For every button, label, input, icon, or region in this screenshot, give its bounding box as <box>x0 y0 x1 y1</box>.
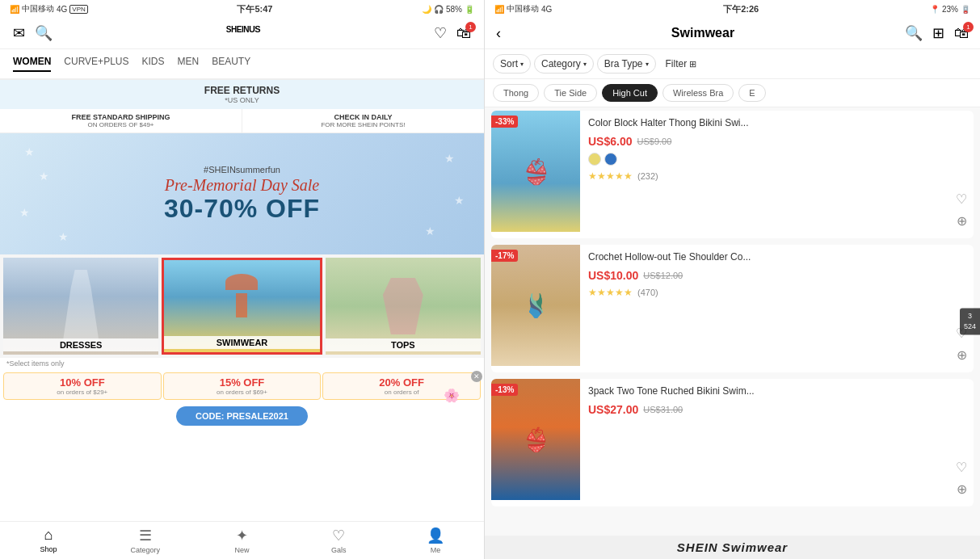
tag-wireless-bra[interactable]: Wireless Bra <box>662 84 734 102</box>
bra-type-arrow-icon: ▾ <box>646 61 649 68</box>
left-battery-icons: 🌙 🎧 58% 🔋 <box>422 5 474 14</box>
brand-logo: SHEINUS <box>226 23 260 44</box>
right-carrier-info: 📶 中国移动 4G <box>494 3 552 15</box>
product-img-3[interactable]: -13% 👙 <box>491 379 580 500</box>
promo-code-button[interactable]: CODE: PRESALE2021 <box>176 406 308 426</box>
category-icon: ☰ <box>139 527 152 544</box>
price-original-3: US$31.00 <box>643 405 683 414</box>
sort-chip[interactable]: Sort ▾ <box>493 54 531 74</box>
page-caption: SHEIN Swimwear <box>485 536 980 559</box>
color-dot-yellow[interactable] <box>588 153 601 166</box>
home-icon: ⌂ <box>44 527 53 544</box>
profile-icon: 👤 <box>427 527 444 544</box>
cart-icon-right[interactable]: 🛍 1 <box>954 25 969 42</box>
product-info-1: Color Block Halter Thong Bikini Swi... U… <box>588 111 948 232</box>
search-icon-right[interactable]: 🔍 <box>905 24 923 42</box>
category-chip[interactable]: Category ▾ <box>534 54 594 74</box>
brand-suffix: US <box>249 24 260 34</box>
product-img-2[interactable]: -17% 🩱 <box>491 245 580 366</box>
bottom-nav-category[interactable]: ☰ Category <box>97 522 194 559</box>
tag-tie-side[interactable]: Tie Side <box>544 84 597 102</box>
product-list: -33% 👙 Color Block Halter Thong Bikini S… <box>485 107 980 536</box>
page-title: Swimwear <box>671 26 734 40</box>
color-dot-blue[interactable] <box>604 153 617 166</box>
wishlist-icon-1[interactable]: ♡ <box>956 191 967 207</box>
battery-pct: 58% <box>446 5 462 14</box>
product-img-1[interactable]: -33% 👙 <box>491 111 580 232</box>
add-to-cart-icon-3[interactable]: ⊕ <box>957 481 967 497</box>
bottom-nav-me[interactable]: 👤 Me <box>387 522 484 559</box>
moon-icon: 🌙 <box>422 5 431 14</box>
rating-count-2: (470) <box>637 288 658 297</box>
bra-type-chip[interactable]: Bra Type ▾ <box>597 54 656 74</box>
category-arrow-icon: ▾ <box>583 61 587 68</box>
wishlist-icon-3[interactable]: ♡ <box>956 460 967 475</box>
discount-badge-2: -17% <box>491 250 518 262</box>
select-note: *Select items only <box>0 358 484 369</box>
product-info-3: 3pack Two Tone Ruched Bikini Swim... US$… <box>588 379 948 500</box>
add-to-cart-icon-2[interactable]: ⊕ <box>957 347 967 363</box>
new-icon: ✦ <box>236 527 248 544</box>
shipping-right: CHECK IN DAILY FOR MORE SHEIN POINTS! <box>242 109 484 132</box>
add-to-cart-icon-1[interactable]: ⊕ <box>957 213 967 229</box>
bottom-nav-gals[interactable]: ♡ Gals <box>290 522 387 559</box>
price-original-1: US$9.00 <box>637 137 671 146</box>
right-time: 下午2:26 <box>723 3 759 15</box>
right-navbar: ‹ Swimwear 🔍 ⊞ 🛍 1 <box>485 18 980 49</box>
promo-banner: ★ ★ ★ ★ ★ ★ ★ #SHEINsummerfun Pre-Memori… <box>0 133 484 254</box>
tag-thong[interactable]: Thong <box>493 84 539 102</box>
right-nav-icons: 🔍 ⊞ 🛍 1 <box>905 24 969 42</box>
price-row-3: US$27.00 US$31.00 <box>588 403 943 416</box>
discount-badge-3: -13% <box>491 384 518 396</box>
tag-e[interactable]: E <box>738 84 765 102</box>
close-promo-button[interactable]: ✕ <box>471 371 482 382</box>
tag-high-cut[interactable]: High Cut <box>602 84 658 102</box>
card-tops[interactable]: TOPS <box>326 258 481 355</box>
product-list-container: -33% 👙 Color Block Halter Thong Bikini S… <box>485 107 980 536</box>
cart-badge: 1 <box>465 22 476 32</box>
nav-kids[interactable]: KIDS <box>141 56 164 72</box>
grid-icon[interactable]: ⊞ <box>932 24 944 42</box>
card-tops-label: TOPS <box>326 338 481 351</box>
left-carrier-info: 📶 中国移动 4G VPN <box>10 3 88 15</box>
star-deco-6: ★ <box>454 194 465 207</box>
nav-beauty[interactable]: BEAUTY <box>212 56 250 72</box>
rating-count-1: (232) <box>637 171 658 181</box>
card-swimwear[interactable]: SWIMWEAR <box>162 258 322 355</box>
filter-chip[interactable]: Filter ⊞ <box>659 55 704 73</box>
search-icon[interactable]: 🔍 <box>35 24 53 42</box>
bottom-nav-left: ⌂ Shop ☰ Category ✦ New ♡ Gals 👤 Me <box>0 521 484 559</box>
product-actions-3: ♡ ⊕ <box>956 379 974 500</box>
nav-curve[interactable]: CURVE+PLUS <box>64 56 128 72</box>
nav-men[interactable]: MEN <box>178 56 200 72</box>
gals-icon: ♡ <box>332 527 345 544</box>
rating-row-2: ★★★★★ (470) <box>588 287 943 298</box>
product-card-1: -33% 👙 Color Block Halter Thong Bikini S… <box>491 111 974 238</box>
cart-icon[interactable]: 🛍 1 <box>456 25 471 42</box>
price-sale-2: US$10.00 <box>588 269 638 282</box>
right-battery: 📍 23% 🪫 <box>930 5 970 14</box>
heart-icon[interactable]: ♡ <box>434 24 447 42</box>
card-dresses-label: DRESSES <box>3 338 158 351</box>
tags-row: Thong Tie Side High Cut Wireless Bra E <box>485 79 980 107</box>
promo-code-2: 15% OFF on orders of $69+ <box>163 372 322 400</box>
product-card-3: -13% 👙 3pack Two Tone Ruched Bikini Swim… <box>491 379 974 506</box>
current-page: 3 <box>968 311 972 322</box>
mail-icon[interactable]: ✉ <box>13 24 25 42</box>
bottom-nav-shop[interactable]: ⌂ Shop <box>0 522 97 559</box>
flower-deco: 🌸 <box>444 388 460 403</box>
card-dresses[interactable]: DRESSES <box>3 258 158 355</box>
nav-women[interactable]: WOMEN <box>13 56 51 72</box>
right-phone: 📶 中国移动 4G 下午2:26 📍 23% 🪫 ‹ Swimwear 🔍 ⊞ … <box>485 0 980 559</box>
promo-code-3: 20% OFF on orders of 🌸 <box>322 372 481 400</box>
free-returns-subtitle: *US ONLY <box>5 96 479 104</box>
free-returns-title: FREE RETURNS <box>5 85 479 96</box>
left-time: 下午5:47 <box>237 3 272 15</box>
bottom-nav-new[interactable]: ✦ New <box>194 522 291 559</box>
back-button[interactable]: ‹ <box>496 25 501 42</box>
card-swimwear-label: SWIMWEAR <box>164 336 319 349</box>
price-original-2: US$12.00 <box>643 271 683 280</box>
left-navbar: ✉ 🔍 SHEINUS ♡ 🛍 1 <box>0 18 484 49</box>
rating-row-1: ★★★★★ (232) <box>588 170 943 182</box>
promo-code-1: 10% OFF on orders of $29+ <box>3 372 162 400</box>
